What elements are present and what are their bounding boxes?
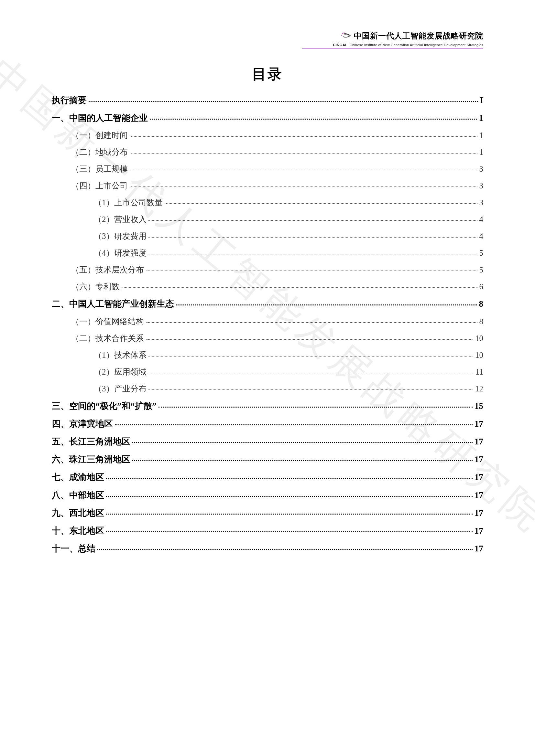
toc-entry[interactable]: 二、中国人工智能产业创新生态8 <box>52 297 483 311</box>
toc-leader-dots <box>149 237 477 237</box>
svg-point-0 <box>342 33 343 34</box>
org-name-cn: 中国新一代人工智能发展战略研究院 <box>354 31 483 41</box>
toc-entry-page: 15 <box>474 399 483 413</box>
toc-entry[interactable]: （3）产业分布12 <box>52 382 483 395</box>
toc-entry-page: 3 <box>479 163 484 176</box>
toc-entry-label: 执行摘要 <box>52 94 87 107</box>
toc-entry-page: 8 <box>479 297 484 311</box>
toc-leader-dots <box>146 322 477 323</box>
toc-entry-label: （4）研发强度 <box>94 247 147 259</box>
toc-leader-dots <box>165 203 477 204</box>
toc-leader-dots <box>132 442 473 443</box>
toc-entry[interactable]: 四、京津冀地区17 <box>52 417 483 431</box>
toc-leader-dots <box>89 101 478 102</box>
toc-entry-label: （2）营业收入 <box>94 213 147 226</box>
toc-entry-label: 二、中国人工智能产业创新生态 <box>52 297 174 311</box>
toc-entry[interactable]: （1）上市公司数量3 <box>52 196 483 209</box>
toc-leader-dots <box>132 460 473 461</box>
toc-entry-label: （一）价值网络结构 <box>71 315 144 328</box>
toc-entry-label: （二）技术合作关系 <box>71 332 144 345</box>
toc-entry[interactable]: （二）技术合作关系10 <box>52 332 483 345</box>
toc-entry-page: 11 <box>475 365 483 378</box>
toc-entry[interactable]: 八、中部地区17 <box>52 488 483 502</box>
toc-leader-dots <box>158 407 473 408</box>
toc-entry-label: 十一、总结 <box>52 542 96 555</box>
toc-entry-page: 5 <box>479 263 484 276</box>
toc-entry-label: （一）创建时间 <box>71 129 128 142</box>
toc-entry-page: 17 <box>474 452 483 466</box>
toc-entry[interactable]: 十一、总结17 <box>52 542 483 555</box>
toc-leader-dots <box>122 287 477 288</box>
toc-entry-label: （1）技术体系 <box>94 349 147 362</box>
toc-leader-dots <box>115 424 473 425</box>
toc-entry[interactable]: （3）研发费用4 <box>52 230 483 243</box>
table-of-contents: 执行摘要I一、中国的人工智能企业1（一）创建时间1（二）地域分布1（三）员工规模… <box>52 94 483 555</box>
toc-entry[interactable]: （2）营业收入4 <box>52 213 483 226</box>
toc-entry-label: （四）上市公司 <box>71 179 128 192</box>
toc-leader-dots <box>106 514 473 515</box>
toc-entry[interactable]: 执行摘要I <box>52 94 483 107</box>
header-en-row: CINGAI Chinese Institute of New Generati… <box>333 42 483 47</box>
toc-entry-label: 三、空间的“极化”和“扩散” <box>52 399 156 413</box>
toc-entry-page: 1 <box>479 146 484 159</box>
toc-entry-label: （1）上市公司数量 <box>94 196 163 209</box>
toc-entry[interactable]: （2）应用领域11 <box>52 365 483 378</box>
header-underline <box>302 48 483 49</box>
toc-entry-page: 1 <box>479 111 484 125</box>
toc-entry-page: 3 <box>479 179 484 192</box>
toc-entry[interactable]: （二）地域分布1 <box>52 146 483 159</box>
toc-entry-label: 九、西北地区 <box>52 506 104 520</box>
toc-entry[interactable]: 十、东北地区17 <box>52 524 483 538</box>
toc-entry[interactable]: （一）价值网络结构8 <box>52 315 483 328</box>
toc-entry[interactable]: （一）创建时间1 <box>52 129 483 142</box>
org-acronym: CINGAI <box>333 43 347 47</box>
toc-entry-page: 17 <box>474 470 483 484</box>
toc-leader-dots <box>130 186 477 187</box>
toc-entry-label: （六）专利数 <box>71 280 120 293</box>
toc-entry[interactable]: （4）研发强度5 <box>52 247 483 259</box>
toc-entry-page: 10 <box>475 332 483 345</box>
toc-leader-dots <box>149 390 473 390</box>
toc-leader-dots <box>149 254 477 255</box>
svg-point-2 <box>341 35 342 36</box>
toc-entry-page: 17 <box>474 488 483 502</box>
toc-entry[interactable]: （五）技术层次分布5 <box>52 263 483 276</box>
org-logo-icon <box>341 32 351 40</box>
toc-entry[interactable]: 一、中国的人工智能企业1 <box>52 111 483 125</box>
toc-leader-dots <box>130 170 477 170</box>
toc-leader-dots <box>98 549 473 550</box>
toc-title: 目录 <box>52 65 483 84</box>
toc-entry-label: （三）员工规模 <box>71 163 128 176</box>
toc-entry-label: 十、东北地区 <box>52 524 104 538</box>
toc-entry-label: （3）产业分布 <box>94 382 147 395</box>
toc-entry[interactable]: 六、珠江三角洲地区17 <box>52 452 483 466</box>
toc-leader-dots <box>130 136 477 137</box>
toc-leader-dots <box>146 271 477 271</box>
toc-entry-page: 17 <box>474 542 483 555</box>
toc-leader-dots <box>149 373 473 373</box>
toc-entry[interactable]: 三、空间的“极化”和“扩散”15 <box>52 399 483 413</box>
toc-entry[interactable]: （六）专利数6 <box>52 280 483 293</box>
toc-entry-label: 四、京津冀地区 <box>52 417 113 431</box>
toc-entry-label: （2）应用领域 <box>94 365 147 378</box>
toc-entry-label: （二）地域分布 <box>71 146 128 159</box>
toc-leader-dots <box>146 339 473 340</box>
toc-entry-page: 12 <box>475 382 483 395</box>
toc-entry[interactable]: 九、西北地区17 <box>52 506 483 520</box>
toc-entry-label: 八、中部地区 <box>52 488 104 502</box>
toc-entry-page: 5 <box>479 247 484 259</box>
toc-leader-dots <box>106 496 473 497</box>
toc-entry[interactable]: （四）上市公司3 <box>52 179 483 192</box>
toc-entry[interactable]: 五、长江三角洲地区17 <box>52 435 483 448</box>
toc-leader-dots <box>176 305 477 306</box>
toc-leader-dots <box>150 119 477 120</box>
toc-entry-label: 五、长江三角洲地区 <box>52 435 130 448</box>
toc-entry[interactable]: （1）技术体系10 <box>52 349 483 362</box>
toc-entry-page: 8 <box>479 315 484 328</box>
toc-entry[interactable]: 七、成渝地区17 <box>52 470 483 484</box>
toc-entry[interactable]: （三）员工规模3 <box>52 163 483 176</box>
toc-leader-dots <box>149 220 477 221</box>
toc-entry-page: 4 <box>479 213 484 226</box>
toc-entry-page: 17 <box>474 435 483 448</box>
toc-entry-page: 6 <box>479 280 484 293</box>
